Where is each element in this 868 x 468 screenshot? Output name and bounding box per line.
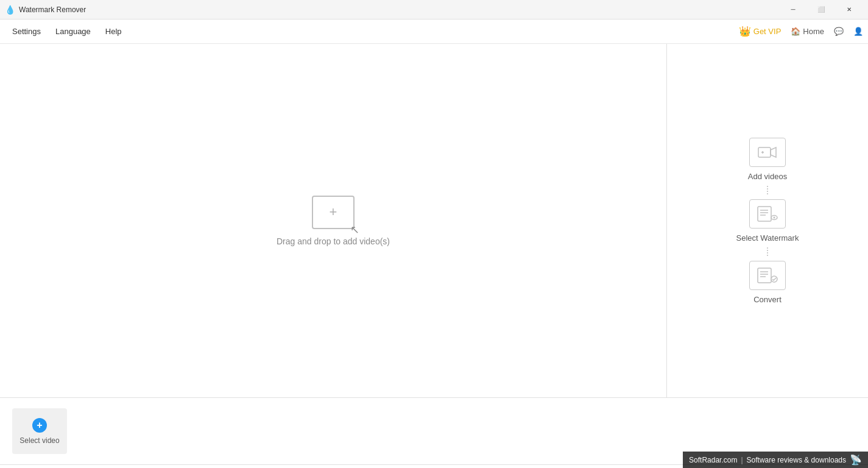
dot xyxy=(767,252,768,254)
message-icon: 💬 xyxy=(834,27,844,36)
menu-language[interactable]: Language xyxy=(48,23,98,40)
add-videos-label: Add videos xyxy=(748,172,787,181)
messages-button[interactable]: 💬 xyxy=(834,27,844,36)
window-controls: ─ ⬜ ✕ xyxy=(779,0,863,20)
softradar-line2: Software reviews & downloads xyxy=(747,456,846,464)
svg-rect-4 xyxy=(758,207,771,221)
titlebar: 💧 Watermark Remover ─ ⬜ ✕ xyxy=(0,0,868,20)
close-button[interactable]: ✕ xyxy=(835,0,863,20)
select-watermark-icon-inner xyxy=(757,206,778,222)
dot xyxy=(767,188,768,190)
sidebar: Add videos xyxy=(667,44,868,397)
app-icon: 💧 xyxy=(5,5,15,15)
workflow-step-add-videos: Add videos xyxy=(748,138,787,181)
minimize-button[interactable]: ─ xyxy=(779,0,807,20)
vip-label: Get VIP xyxy=(753,27,782,36)
select-video-card[interactable]: + Select video xyxy=(12,408,67,454)
right-actions: 👑 Get VIP 🏠 Home 💬 👤 xyxy=(739,26,863,37)
convert-icon-inner xyxy=(757,268,778,283)
svg-marker-1 xyxy=(771,147,776,157)
add-videos-icon-box xyxy=(749,138,786,167)
softradar-watermark: SoftRadar.com | Software reviews & downl… xyxy=(683,452,868,468)
restore-button[interactable]: ⬜ xyxy=(807,0,835,20)
select-watermark-label: Select Watermark xyxy=(736,233,799,243)
drop-label: Drag and drop to add video(s) xyxy=(277,236,390,246)
account-icon: 👤 xyxy=(853,27,863,36)
content-area[interactable]: + ↖ Drag and drop to add video(s) xyxy=(0,44,667,397)
main-area: + ↖ Drag and drop to add video(s) xyxy=(0,44,868,397)
dot xyxy=(767,191,768,192)
select-video-label: Select video xyxy=(19,436,59,445)
cursor-icon: ↖ xyxy=(350,223,359,236)
svg-point-9 xyxy=(773,216,775,218)
home-label: Home xyxy=(803,27,824,36)
softradar-separator: | xyxy=(741,456,743,464)
add-videos-icon-inner xyxy=(758,145,777,160)
convert-icon-box xyxy=(749,261,786,290)
menu-help[interactable]: Help xyxy=(98,23,129,40)
connector-1 xyxy=(767,186,768,194)
svg-rect-10 xyxy=(758,268,771,283)
select-watermark-icon xyxy=(757,206,778,222)
drop-zone[interactable]: + ↖ Drag and drop to add video(s) xyxy=(277,196,390,246)
connector-2 xyxy=(767,247,768,256)
vip-button[interactable]: 👑 Get VIP xyxy=(739,26,782,37)
menubar: Settings Language Help 👑 Get VIP 🏠 Home … xyxy=(0,20,868,44)
dot xyxy=(767,255,768,256)
softradar-line1: SoftRadar.com xyxy=(689,456,737,464)
svg-rect-0 xyxy=(758,147,771,157)
drop-icon-box: + ↖ xyxy=(312,196,355,229)
softradar-signal-icon: 📡 xyxy=(850,454,862,466)
app-title: Watermark Remover xyxy=(19,5,779,14)
dot xyxy=(767,247,768,249)
crown-icon: 👑 xyxy=(739,26,751,37)
convert-label: Convert xyxy=(753,295,782,304)
workflow-step-convert: Convert xyxy=(749,261,786,304)
video-camera-icon xyxy=(758,145,777,160)
home-button[interactable]: 🏠 Home xyxy=(791,27,824,36)
select-watermark-icon-box xyxy=(749,199,786,229)
account-button[interactable]: 👤 xyxy=(853,27,863,36)
workflow-step-select-watermark: Select Watermark xyxy=(736,199,799,243)
dot xyxy=(767,186,768,187)
plus-icon: + xyxy=(330,205,337,219)
dot xyxy=(767,193,768,194)
menu-settings[interactable]: Settings xyxy=(5,23,48,40)
home-icon: 🏠 xyxy=(791,27,800,36)
add-circle-icon: + xyxy=(32,418,47,433)
convert-icon xyxy=(757,268,778,283)
dot xyxy=(767,250,768,251)
